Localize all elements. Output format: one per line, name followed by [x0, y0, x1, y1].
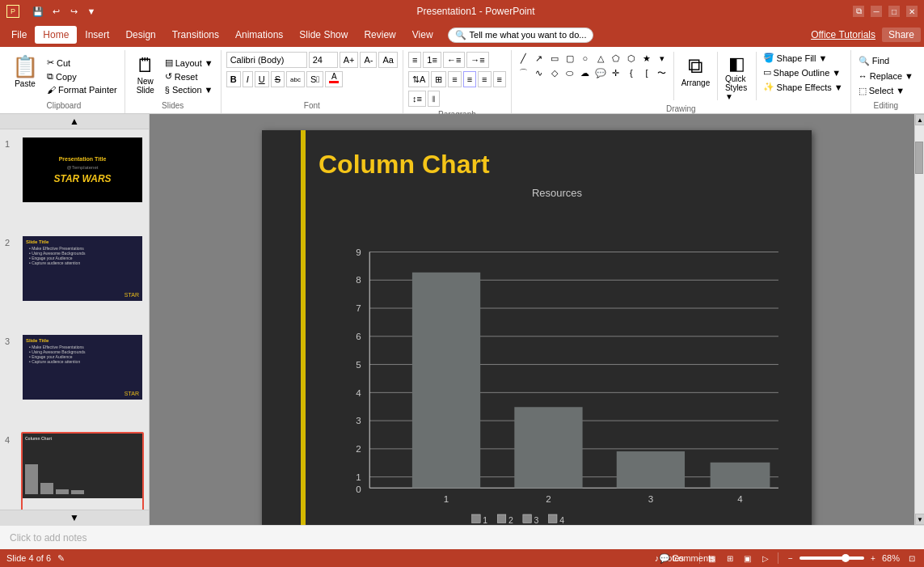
panel-scroll-up[interactable]: ▲ — [0, 114, 149, 129]
menu-animations[interactable]: Animations — [227, 26, 291, 44]
slide-item-2[interactable]: 2 Slide Title • Make Effective Presentat… — [5, 235, 144, 327]
new-slide-button[interactable]: 🗒 NewSlide — [130, 52, 161, 97]
shape-pentagon[interactable]: ⬠ — [609, 52, 623, 65]
format-painter-button[interactable]: 🖌 Format Painter — [44, 84, 120, 95]
align-left[interactable]: ≡ — [448, 71, 461, 87]
shape-star[interactable]: ★ — [639, 52, 654, 65]
shape-cloud[interactable]: ☁ — [578, 66, 593, 79]
shape-freeform[interactable]: ∿ — [532, 66, 546, 79]
shape-outline-button[interactable]: ▭ Shape Outline ▼ — [761, 66, 846, 78]
arrange-button[interactable]: ⧉ Arrange — [678, 52, 714, 89]
cut-button[interactable]: ✂ Cut — [44, 57, 120, 69]
new-slide-icon: 🗒 — [136, 54, 155, 77]
redo-button[interactable]: ↪ — [66, 4, 81, 19]
normal-view-button[interactable]: ▦ — [707, 552, 718, 564]
scroll-up-button[interactable]: ▲ — [915, 114, 924, 125]
tell-me-bar[interactable]: 🔍 Tell me what you want to do... — [448, 28, 594, 43]
shape-outline-icon: ▭ — [763, 67, 771, 78]
shape-triangle[interactable]: △ — [593, 52, 608, 65]
section-button[interactable]: § Section ▼ — [162, 84, 216, 95]
menu-transitions[interactable]: Transitions — [164, 26, 227, 44]
bold-button[interactable]: B — [226, 71, 241, 87]
text-direction-button[interactable]: ⇅A — [408, 71, 429, 87]
fit-slide-button[interactable]: ⊡ — [906, 552, 918, 564]
bullets-button[interactable]: ≡ — [408, 52, 421, 68]
scroll-down-button[interactable]: ▼ — [915, 514, 924, 525]
menu-home[interactable]: Home — [35, 26, 77, 44]
font-color-button[interactable]: A — [325, 71, 343, 87]
font-name-input[interactable] — [226, 52, 307, 68]
shape-bracket[interactable]: [ — [639, 66, 654, 79]
find-button[interactable]: 🔍 Find — [856, 55, 892, 67]
font-size-input[interactable] — [309, 52, 338, 68]
zoom-thumb[interactable] — [842, 554, 850, 562]
shape-brace[interactable]: { — [624, 66, 639, 79]
clear-format-button[interactable]: Aa — [378, 52, 397, 68]
shape-callout[interactable]: 💬 — [593, 66, 608, 79]
menu-view[interactable]: View — [404, 26, 441, 44]
convert-smartart[interactable]: ⊞ — [431, 71, 446, 87]
replace-button[interactable]: ↔ Replace ▼ — [856, 70, 916, 82]
justify[interactable]: ≡ — [493, 71, 506, 87]
menu-file[interactable]: File — [3, 26, 35, 44]
menu-design[interactable]: Design — [117, 26, 163, 44]
select-button[interactable]: ⬚ Select ▼ — [856, 85, 907, 97]
shape-wave[interactable]: 〜 — [655, 66, 669, 79]
line-spacing-button[interactable]: ↕≡ — [408, 91, 426, 107]
undo-button[interactable]: ↩ — [49, 4, 63, 19]
shape-more[interactable]: ▾ — [655, 52, 669, 65]
menu-slideshow[interactable]: Slide Show — [291, 26, 356, 44]
restore-button[interactable]: ⧉ — [853, 6, 864, 17]
slideshow-button[interactable]: ▷ — [760, 552, 771, 564]
menu-insert[interactable]: Insert — [77, 26, 117, 44]
customize-button[interactable]: ▼ — [84, 4, 99, 19]
font-size-decrease[interactable]: A- — [360, 52, 377, 68]
slide-item-3[interactable]: 3 Slide Title • Make Effective Presentat… — [5, 333, 144, 425]
small-caps-button[interactable]: abc — [286, 71, 305, 87]
minimize-button[interactable]: ─ — [871, 6, 882, 17]
scroll-thumb[interactable] — [915, 142, 923, 174]
decrease-indent[interactable]: ←≡ — [443, 52, 465, 68]
reading-view-button[interactable]: ▣ — [742, 552, 753, 564]
shape-rect[interactable]: ▭ — [547, 52, 562, 65]
font-size-increase[interactable]: A+ — [340, 52, 359, 68]
shape-line[interactable]: ╱ — [517, 52, 531, 65]
reset-button[interactable]: ↺ Reset — [162, 70, 216, 83]
menu-review[interactable]: Review — [356, 26, 403, 44]
shape-cross[interactable]: ✛ — [609, 66, 623, 79]
zoom-in-button[interactable]: + — [867, 552, 879, 564]
quick-styles-button[interactable]: ◧ QuickStyles ▼ — [722, 52, 752, 103]
italic-button[interactable]: I — [243, 71, 253, 87]
panel-scroll-down[interactable]: ▼ — [0, 510, 149, 525]
columns-button[interactable]: ⫴ — [428, 91, 440, 107]
comments-button[interactable]: 💬Comments — [681, 552, 693, 564]
increase-indent[interactable]: →≡ — [466, 52, 488, 68]
paste-button[interactable]: 📋 Paste — [8, 52, 42, 91]
zoom-out-button[interactable]: − — [785, 552, 796, 564]
shape-cylinder[interactable]: ⬭ — [563, 66, 577, 79]
align-center[interactable]: ≡ — [463, 71, 476, 87]
shape-rounded-rect[interactable]: ▢ — [563, 52, 577, 65]
slide-item-4[interactable]: 4 Column Chart — [5, 432, 144, 510]
shape-effects-button[interactable]: ✨ Shape Effects ▼ — [761, 81, 846, 93]
copy-button[interactable]: ⧉ Copy — [44, 70, 120, 83]
numbering-button[interactable]: 1≡ — [423, 52, 441, 68]
shape-oval[interactable]: ○ — [578, 52, 593, 65]
save-button[interactable]: 💾 — [31, 4, 45, 19]
shape-curve[interactable]: ⌒ — [517, 66, 531, 79]
shape-arrow[interactable]: ↗ — [532, 52, 546, 65]
text-shadow-button[interactable]: S⃝ — [306, 71, 323, 87]
close-button[interactable]: ✕ — [906, 6, 918, 17]
shape-fill-button[interactable]: 🪣 Shape Fill ▼ — [761, 52, 846, 64]
slide-item-1[interactable]: 1 Presentation Title @Templatenet STAR W… — [5, 136, 144, 228]
underline-button[interactable]: U — [255, 71, 269, 87]
strikethrough-button[interactable]: S — [271, 71, 285, 87]
maximize-button[interactable]: □ — [888, 6, 900, 17]
share-button[interactable]: Share — [882, 28, 921, 42]
office-tutorials-link[interactable]: Office Tutorials — [811, 29, 875, 40]
slide-sorter-button[interactable]: ⊞ — [724, 552, 736, 564]
shape-hexagon[interactable]: ⬡ — [624, 52, 639, 65]
align-right[interactable]: ≡ — [478, 71, 491, 87]
layout-button[interactable]: ▤ Layout ▼ — [162, 57, 216, 69]
shape-diamond[interactable]: ◇ — [547, 66, 562, 79]
